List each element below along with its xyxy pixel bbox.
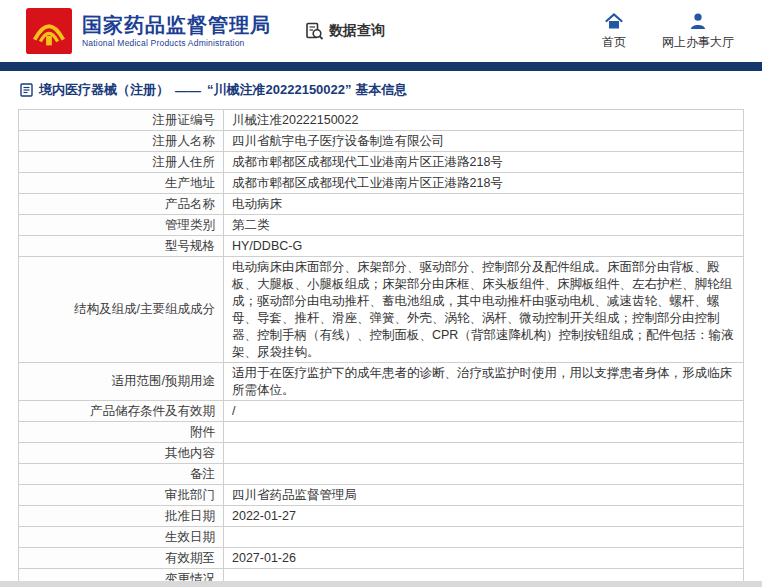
row-label: 其他内容 xyxy=(19,443,224,464)
header-divider-bar xyxy=(0,62,762,71)
nav-item-home[interactable]: 首页 xyxy=(596,12,632,51)
table-row-valid-until: 有效期至 2027-01-26 xyxy=(19,548,744,569)
header-nav: 首页 网上办事大厅 xyxy=(596,12,740,51)
table-row-production-address: 生产地址 成都市郫都区成都现代工业港南片区正港路218号 xyxy=(19,173,744,194)
breadcrumb-current: “川械注准20222150022” 基本信息 xyxy=(207,81,407,99)
row-label: 管理类别 xyxy=(19,215,224,236)
document-icon xyxy=(20,83,33,97)
nav-item-service-hall[interactable]: 网上办事大厅 xyxy=(662,12,734,51)
row-label: 型号规格 xyxy=(19,236,224,257)
service-hall-label: 网上办事大厅 xyxy=(662,34,734,51)
row-value: 四川省药品监督管理局 xyxy=(224,485,744,506)
table-row-attachment: 附件 xyxy=(19,422,744,443)
row-value: 成都市郫都区成都现代工业港南片区正港路218号 xyxy=(224,173,744,194)
nmpa-emblem-icon xyxy=(26,8,72,54)
table-row-intended-use: 适用范围/预期用途 适用于在医疗监护下的成年患者的诊断、治疗或监护时使用，用以支… xyxy=(19,363,744,401)
row-label: 注册证编号 xyxy=(19,110,224,131)
breadcrumb-separator: —— xyxy=(175,83,201,98)
home-icon xyxy=(604,12,624,30)
row-value: 成都市郫都区成都现代工业港南片区正港路218号 xyxy=(224,152,744,173)
table-row-approval-department: 审批部门 四川省药品监督管理局 xyxy=(19,485,744,506)
row-value: 电动病床由床面部分、床架部分、驱动部分、控制部分及配件组成。床面部分由背板、殿板… xyxy=(224,257,744,363)
table-row-cert-number: 注册证编号 川械注准20222150022 xyxy=(19,110,744,131)
table-row-structure-composition: 结构及组成/主要组成成分 电动病床由床面部分、床架部分、驱动部分、控制部分及配件… xyxy=(19,257,744,363)
row-label: 产品储存条件及有效期 xyxy=(19,401,224,422)
row-label: 审批部门 xyxy=(19,485,224,506)
row-value: HY/DDBC-G xyxy=(224,236,744,257)
footer-strip xyxy=(0,581,762,587)
row-value: 电动病床 xyxy=(224,194,744,215)
user-icon xyxy=(688,12,708,30)
row-label: 附件 xyxy=(19,422,224,443)
table-row-other-content: 其他内容 xyxy=(19,443,744,464)
row-value: / xyxy=(224,401,744,422)
table-row-product-name: 产品名称 电动病床 xyxy=(19,194,744,215)
breadcrumb-section[interactable]: 境内医疗器械（注册） xyxy=(39,81,169,99)
row-label: 有效期至 xyxy=(19,548,224,569)
row-label: 适用范围/预期用途 xyxy=(19,363,224,401)
agency-name-en: National Medical Products Administration xyxy=(82,38,271,48)
data-query-nav[interactable]: 数据查询 xyxy=(305,22,385,41)
row-label: 备注 xyxy=(19,464,224,485)
row-value: 适用于在医疗监护下的成年患者的诊断、治疗或监护时使用，用以支撑患者身体，形成临床… xyxy=(224,363,744,401)
table-row-approval-date: 批准日期 2022-01-27 xyxy=(19,506,744,527)
row-value: 2022-01-27 xyxy=(224,506,744,527)
table-row-storage-validity: 产品储存条件及有效期 / xyxy=(19,401,744,422)
row-label: 生产地址 xyxy=(19,173,224,194)
row-label: 产品名称 xyxy=(19,194,224,215)
row-value xyxy=(224,464,744,485)
row-value xyxy=(224,443,744,464)
data-query-label: 数据查询 xyxy=(329,22,385,40)
row-label: 生效日期 xyxy=(19,527,224,548)
row-value xyxy=(224,527,744,548)
page: 国家药品监督管理局 National Medical Products Admi… xyxy=(0,0,762,587)
row-label: 注册人名称 xyxy=(19,131,224,152)
agency-name: 国家药品监督管理局 National Medical Products Admi… xyxy=(82,14,271,48)
registration-detail-table: 注册证编号 川械注准20222150022 注册人名称 四川省航宇电子医疗设备制… xyxy=(18,109,744,587)
row-value: 2027-01-26 xyxy=(224,548,744,569)
row-value: 川械注准20222150022 xyxy=(224,110,744,131)
table-row-management-class: 管理类别 第二类 xyxy=(19,215,744,236)
table-row-model-spec: 型号规格 HY/DDBC-G xyxy=(19,236,744,257)
row-label: 注册人住所 xyxy=(19,152,224,173)
breadcrumb: 境内医疗器械（注册） —— “川械注准20222150022” 基本信息 xyxy=(0,71,762,107)
row-value: 第二类 xyxy=(224,215,744,236)
row-value: 四川省航宇电子医疗设备制造有限公司 xyxy=(224,131,744,152)
table-row-remarks: 备注 xyxy=(19,464,744,485)
row-label: 批准日期 xyxy=(19,506,224,527)
header: 国家药品监督管理局 National Medical Products Admi… xyxy=(0,0,762,62)
table-row-registrant-name: 注册人名称 四川省航宇电子医疗设备制造有限公司 xyxy=(19,131,744,152)
home-label: 首页 xyxy=(602,34,626,51)
row-label: 结构及组成/主要组成成分 xyxy=(19,257,224,363)
agency-name-cn: 国家药品监督管理局 xyxy=(82,14,271,36)
table-row-effective-date: 生效日期 xyxy=(19,527,744,548)
row-value xyxy=(224,422,744,443)
table-row-registrant-address: 注册人住所 成都市郫都区成都现代工业港南片区正港路218号 xyxy=(19,152,744,173)
agency-logo: 国家药品监督管理局 National Medical Products Admi… xyxy=(26,8,271,54)
data-query-icon xyxy=(305,22,324,41)
